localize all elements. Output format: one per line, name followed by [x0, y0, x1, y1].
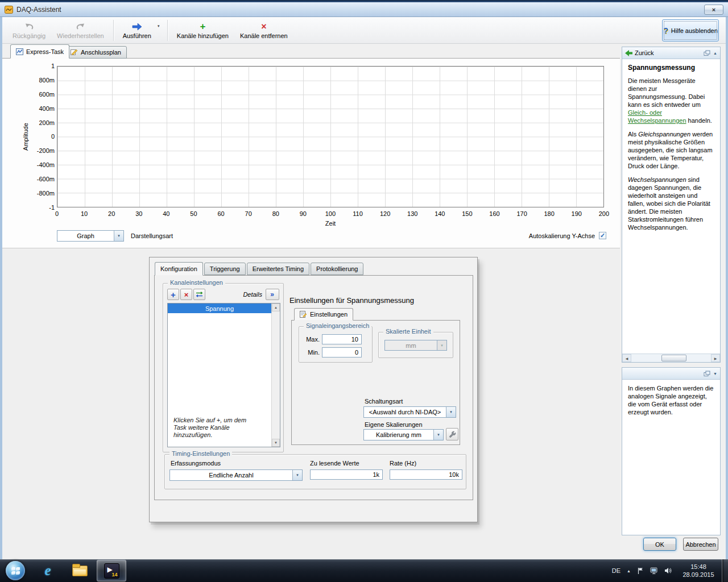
custom-scaling-combo[interactable]: Kalibrierung mm ▼: [363, 429, 444, 440]
labview-button[interactable]: ▶ 14: [97, 560, 126, 581]
x-tick-label: 200: [590, 210, 618, 217]
action-center-flag-icon[interactable]: [637, 567, 644, 575]
expand-panel-icon[interactable]: ▼: [713, 372, 717, 376]
network-icon[interactable]: [650, 567, 658, 575]
min-field[interactable]: 0: [322, 347, 362, 357]
undo-button[interactable]: Rückgängig: [7, 19, 51, 42]
channel-list-item[interactable]: Spannung: [168, 304, 271, 313]
edit-scaling-button[interactable]: [446, 428, 458, 440]
help-horizontal-scrollbar[interactable]: ◀ ▶: [622, 354, 720, 362]
ok-button[interactable]: OK: [643, 538, 676, 551]
settings-form-icon: [300, 311, 307, 318]
titlebar[interactable]: DAQ-Assistent ×: [0, 2, 728, 17]
acquisition-mode-combo[interactable]: Endliche Anzahl ▼: [169, 469, 303, 481]
add-channels-button[interactable]: + Kanäle hinzufügen: [171, 19, 234, 42]
channel-list-toolbar: + × Details »: [167, 289, 279, 300]
x-tick-label: 0: [43, 210, 71, 217]
tab-erweitertes-timing[interactable]: Erweitertes Timing: [247, 263, 309, 275]
tab-express-task[interactable]: Express-Task: [10, 44, 69, 59]
scroll-up-icon[interactable]: ▲: [272, 304, 280, 311]
taskbar: e ▶ 14 DE ▲ 15:48 28.09.2015: [0, 559, 728, 582]
waveform-plot[interactable]: [57, 66, 604, 207]
open-in-window-icon[interactable]: [704, 50, 710, 56]
x-tick-label: 140: [426, 210, 453, 217]
display-type-label: Darstellungsart: [131, 232, 173, 239]
config-tabstrip: Konfiguration Triggerung Erweitertes Tim…: [155, 262, 365, 275]
x-tick-label: 190: [563, 210, 590, 217]
pencil-icon: [71, 49, 78, 56]
display-type-combo[interactable]: Graph ▼: [57, 230, 124, 242]
run-options-dropdown[interactable]: ▼: [157, 19, 164, 42]
show-desktop-button[interactable]: [722, 559, 728, 582]
scrollbar-thumb[interactable]: [661, 355, 686, 361]
toolbar-separator: [167, 20, 168, 41]
windows-logo-icon: [11, 567, 20, 575]
tab-triggerung[interactable]: Triggerung: [204, 263, 246, 275]
y-tick-label: -600m: [37, 176, 55, 182]
channel-list-scrollbar[interactable]: ▲ ▼: [271, 304, 280, 447]
x-axis-title: Zeit: [57, 220, 604, 227]
back-arrow-icon[interactable]: [625, 50, 632, 56]
language-indicator[interactable]: DE: [612, 567, 621, 574]
x-tick-label: 130: [399, 210, 426, 217]
back-button[interactable]: Zurück: [635, 49, 654, 56]
remove-icon: ×: [261, 22, 266, 31]
scrollbar-track[interactable]: [631, 354, 711, 362]
y-tick-label: 200m: [39, 120, 55, 126]
internet-explorer-icon: e: [44, 563, 51, 579]
help-paragraph: Die meisten Messgeräte dienen zur Spannu…: [628, 77, 714, 124]
y-tick-label: 1: [51, 63, 55, 69]
tab-protokollierung[interactable]: Protokollierung: [311, 263, 363, 275]
details-expand-button[interactable]: »: [266, 289, 279, 300]
scroll-right-icon[interactable]: ▶: [711, 354, 720, 362]
volume-icon[interactable]: [664, 567, 672, 574]
voltage-types-link[interactable]: Gleich- oder Wechselspannungen: [628, 109, 686, 124]
help-icon: ?: [663, 26, 668, 35]
remove-channels-button[interactable]: × Kanäle entfernen: [234, 19, 293, 42]
y-tick-label: -1: [49, 205, 55, 210]
redo-icon: [76, 22, 85, 31]
chevron-down-icon[interactable]: ▼: [292, 470, 302, 480]
scroll-left-icon[interactable]: ◀: [622, 354, 631, 362]
channel-settings-group: Kanaleinstellungen + × Details » Spann: [163, 283, 284, 452]
add-channel-button[interactable]: +: [167, 289, 179, 300]
collapse-panel-icon[interactable]: ▲: [713, 51, 717, 55]
timing-settings-label: Timing-Einstellungen: [169, 450, 232, 457]
tab-anschlussplan[interactable]: Anschlussplan: [65, 46, 127, 59]
autoscale-row: Autoskalierung Y-Achse ✓: [529, 232, 606, 239]
taskbar-clock[interactable]: 15:48 28.09.2015: [678, 563, 719, 579]
rate-field[interactable]: 10k: [390, 469, 462, 480]
close-button[interactable]: ×: [704, 5, 723, 15]
autoscale-checkbox[interactable]: ✓: [599, 232, 606, 239]
start-button[interactable]: [6, 561, 25, 580]
chevron-down-icon[interactable]: ▼: [433, 430, 443, 440]
delete-channel-button[interactable]: ×: [180, 289, 192, 300]
swap-arrows-icon: [196, 291, 203, 298]
tab-einstellungen[interactable]: Einstellungen: [294, 308, 353, 321]
wiring-combo[interactable]: <Auswahl durch NI-DAQ> ▼: [363, 406, 456, 418]
labview-icon: ▶ 14: [104, 563, 119, 579]
channel-listbox[interactable]: Spannung Klicken Sie auf +, um dem Task …: [167, 303, 280, 447]
express-task-page: Amplitude 1800m600m400m200m0-200m-400m-6…: [2, 59, 620, 559]
tab-konfiguration[interactable]: Konfiguration: [155, 262, 203, 276]
redo-button[interactable]: Wiederherstellen: [51, 19, 110, 42]
x-tick-label: 170: [508, 210, 536, 217]
scaled-unit-combo[interactable]: mm ▼: [384, 340, 447, 351]
chevron-down-icon[interactable]: ▼: [114, 231, 123, 241]
cancel-button[interactable]: Abbrechen: [683, 538, 718, 551]
close-icon: ×: [712, 6, 715, 13]
hide-help-button[interactable]: ? Hilfe ausblenden: [662, 19, 719, 41]
open-in-window-icon[interactable]: [704, 371, 710, 377]
toolbar: Rückgängig Wiederherstellen Ausführen ▼ …: [2, 17, 726, 44]
show-hidden-icons[interactable]: ▲: [627, 569, 631, 573]
x-tick-label: 20: [98, 210, 125, 217]
change-channel-button[interactable]: [193, 289, 205, 300]
explorer-button[interactable]: [65, 560, 94, 581]
run-button[interactable]: Ausführen: [117, 19, 157, 42]
scroll-down-icon[interactable]: ▼: [272, 439, 280, 447]
samples-to-read-field[interactable]: 1k: [310, 469, 383, 480]
chevron-down-icon[interactable]: ▼: [446, 407, 456, 417]
internet-explorer-button[interactable]: e: [33, 560, 63, 581]
max-field[interactable]: 10: [322, 334, 362, 344]
x-tick-label: 40: [152, 210, 180, 217]
